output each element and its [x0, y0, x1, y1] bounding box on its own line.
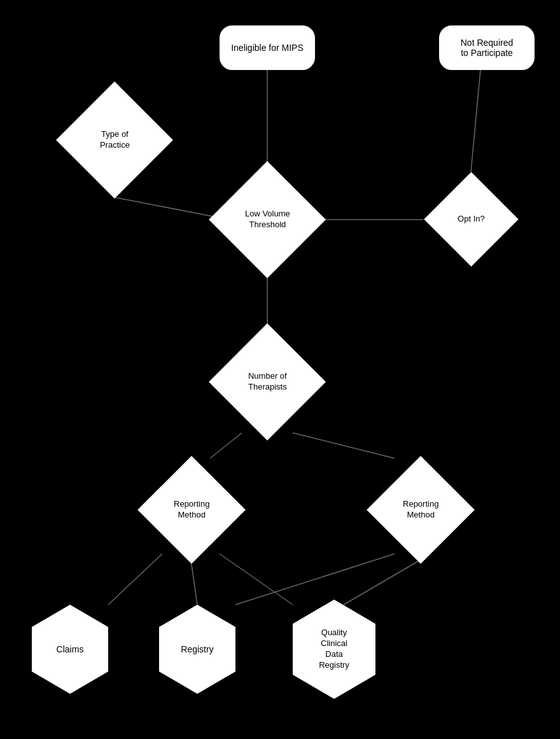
low-volume-label: Low VolumeThreshold — [245, 209, 290, 230]
opt-in-label: Opt In? — [458, 214, 485, 225]
claims-hexagon-wrapper: Claims — [25, 605, 115, 694]
number-therapists-label: Number ofTherapists — [248, 371, 287, 393]
reporting-method-right-label: ReportingMethod — [402, 499, 438, 521]
ineligible-mips-label: Ineligible for MIPS — [231, 43, 304, 53]
svg-line-3 — [471, 70, 480, 172]
qcdr-hexagon-wrapper: QualityClinicalDataRegistry — [286, 598, 382, 700]
opt-in-diamond: Opt In? — [425, 173, 517, 265]
svg-line-8 — [191, 560, 197, 605]
ineligible-mips-box: Ineligible for MIPS — [220, 25, 315, 70]
type-of-practice-diamond: Type ofPractice — [57, 83, 172, 197]
registry-label: Registry — [181, 644, 213, 655]
registry-hexagon-wrapper: Registry — [153, 605, 242, 694]
reporting-method-left-label: ReportingMethod — [173, 499, 209, 521]
not-required-label: Not Requiredto Participate — [461, 38, 514, 58]
reporting-method-left-diamond: ReportingMethod — [139, 457, 244, 562]
claims-label: Claims — [57, 644, 84, 655]
flowchart: Ineligible for MIPS Not Requiredto Parti… — [0, 0, 560, 739]
type-of-practice-label: Type ofPractice — [100, 129, 130, 151]
not-required-box: Not Requiredto Participate — [439, 25, 535, 70]
qcdr-label: QualityClinicalDataRegistry — [319, 628, 349, 671]
number-therapists-diamond: Number ofTherapists — [210, 325, 325, 439]
low-volume-diamond: Low VolumeThreshold — [210, 162, 325, 277]
reporting-method-right-diamond: ReportingMethod — [368, 457, 473, 562]
